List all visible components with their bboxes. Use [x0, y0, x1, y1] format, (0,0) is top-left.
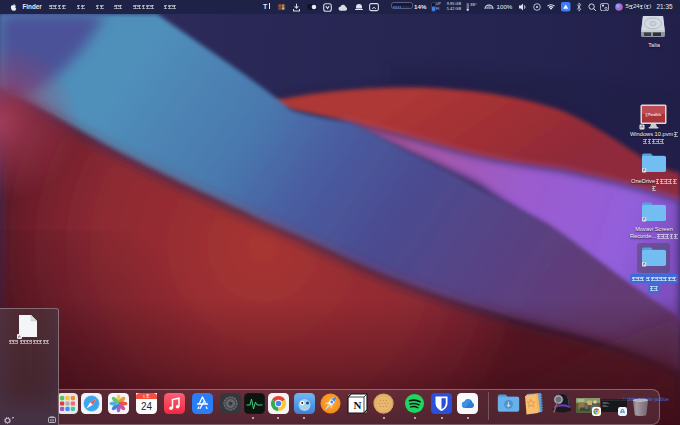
svg-text:24: 24	[141, 401, 153, 412]
svg-text:|| Parallels: || Parallels	[646, 113, 662, 117]
svg-text:5: 5	[143, 395, 145, 399]
svg-text:N: N	[353, 399, 361, 411]
